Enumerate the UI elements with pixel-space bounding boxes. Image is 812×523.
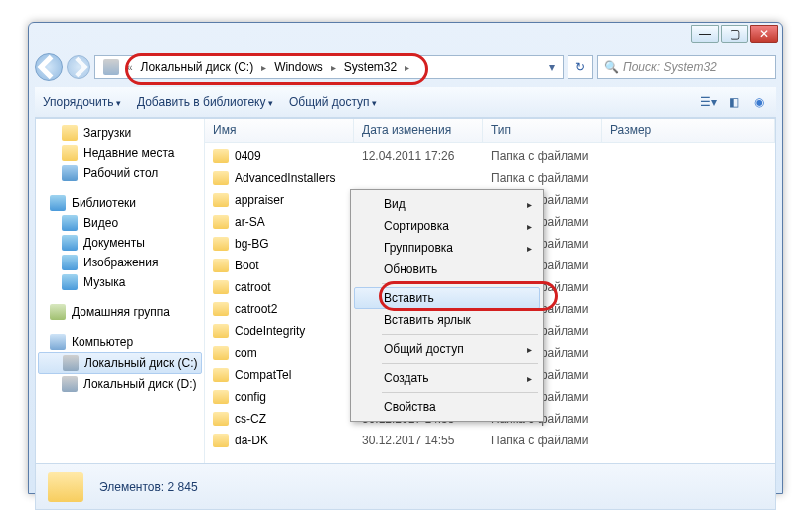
tree-recent[interactable]: Недавние места bbox=[36, 143, 204, 163]
tree-desktop[interactable]: Рабочий стол bbox=[36, 163, 204, 183]
help-icon[interactable]: ◉ bbox=[750, 93, 768, 111]
ctx-properties[interactable]: Свойства bbox=[354, 396, 540, 418]
column-size[interactable]: Размер bbox=[602, 119, 775, 142]
address-bar[interactable]: « Локальный диск (C:) ▸ Windows ▸ System… bbox=[94, 55, 564, 79]
ctx-share[interactable]: Общий доступ bbox=[354, 338, 540, 360]
table-row[interactable]: da-DK30.12.2017 14:55Папка с файлами bbox=[205, 430, 775, 451]
folder-icon bbox=[62, 125, 78, 141]
maximize-button[interactable]: ▢ bbox=[721, 25, 748, 43]
column-date[interactable]: Дата изменения bbox=[354, 119, 483, 142]
folder-icon bbox=[213, 302, 229, 316]
drive-icon bbox=[103, 59, 119, 75]
folder-icon bbox=[213, 171, 229, 185]
minimize-button[interactable]: — bbox=[691, 25, 719, 43]
chevron-right-icon: « bbox=[125, 62, 135, 73]
ctx-paste-shortcut[interactable]: Вставить ярлык bbox=[354, 309, 540, 331]
nav-tree: Загрузки Недавние места Рабочий стол Биб… bbox=[36, 119, 205, 463]
table-row[interactable]: 040912.04.2011 17:26Папка с файлами bbox=[205, 145, 775, 167]
chevron-right-icon: ▸ bbox=[329, 62, 338, 73]
close-button[interactable]: ✕ bbox=[750, 25, 778, 43]
tree-documents[interactable]: Документы bbox=[36, 233, 204, 253]
folder-icon bbox=[213, 237, 229, 251]
titlebar: — ▢ ✕ bbox=[29, 23, 782, 51]
chevron-right-icon: ▸ bbox=[259, 62, 268, 73]
folder-icon bbox=[213, 346, 229, 360]
documents-icon bbox=[62, 235, 78, 251]
nav-back-button[interactable] bbox=[35, 53, 63, 81]
computer-icon bbox=[50, 334, 66, 350]
table-row[interactable]: AdvancedInstallersПапка с файлами bbox=[205, 167, 775, 189]
ctx-group[interactable]: Группировка bbox=[354, 237, 540, 259]
tree-drive-d[interactable]: Локальный диск (D:) bbox=[36, 374, 204, 394]
video-icon bbox=[62, 215, 78, 231]
breadcrumb-segment[interactable]: Windows bbox=[268, 56, 329, 78]
tree-video[interactable]: Видео bbox=[36, 213, 204, 233]
tree-music[interactable]: Музыка bbox=[36, 272, 204, 292]
column-name[interactable]: Имя bbox=[205, 119, 354, 142]
ctx-refresh[interactable]: Обновить bbox=[354, 259, 540, 280]
music-icon bbox=[62, 274, 78, 290]
folder-icon bbox=[213, 390, 229, 404]
folder-icon bbox=[213, 412, 229, 426]
folder-icon bbox=[213, 259, 229, 272]
desktop-icon bbox=[62, 165, 78, 181]
homegroup-icon bbox=[50, 304, 66, 320]
folder-icon bbox=[62, 145, 78, 161]
search-icon: 🔍 bbox=[604, 60, 619, 74]
folder-icon bbox=[48, 472, 83, 502]
refresh-button[interactable]: ↻ bbox=[568, 55, 593, 79]
tree-downloads[interactable]: Загрузки bbox=[36, 123, 204, 143]
breadcrumb-segment[interactable]: System32 bbox=[338, 56, 403, 78]
folder-icon bbox=[213, 215, 229, 229]
folder-icon bbox=[213, 280, 229, 294]
share-menu[interactable]: Общий доступ bbox=[289, 95, 377, 109]
tree-libraries[interactable]: Библиотеки bbox=[36, 193, 204, 213]
item-count: Элементов: 2 845 bbox=[99, 480, 198, 494]
context-menu: Вид Сортировка Группировка Обновить Вста… bbox=[350, 189, 544, 422]
folder-icon bbox=[213, 193, 229, 207]
drive-icon bbox=[63, 355, 79, 371]
folder-icon bbox=[213, 368, 229, 382]
breadcrumb-segment[interactable]: Локальный диск (C:) bbox=[135, 56, 260, 78]
preview-pane-icon[interactable]: ◧ bbox=[725, 93, 742, 111]
column-type[interactable]: Тип bbox=[483, 119, 602, 142]
add-to-library-menu[interactable]: Добавить в библиотеку bbox=[137, 95, 273, 109]
tree-homegroup[interactable]: Домашняя группа bbox=[36, 302, 204, 322]
tree-pictures[interactable]: Изображения bbox=[36, 253, 204, 272]
library-icon bbox=[50, 195, 66, 211]
tree-drive-c[interactable]: Локальный диск (C:) bbox=[38, 352, 202, 374]
nav-forward-button[interactable] bbox=[67, 55, 90, 79]
folder-icon bbox=[213, 149, 229, 163]
view-options-icon[interactable]: ☰▾ bbox=[699, 93, 717, 111]
search-input[interactable]: 🔍 Поиск: System32 bbox=[597, 55, 776, 79]
toolbar: Упорядочить Добавить в библиотеку Общий … bbox=[35, 87, 776, 118]
ctx-view[interactable]: Вид bbox=[354, 193, 540, 215]
tree-computer[interactable]: Компьютер bbox=[36, 332, 204, 352]
address-dropdown-icon[interactable]: ▾ bbox=[543, 60, 561, 74]
status-bar: Элементов: 2 845 bbox=[35, 464, 776, 510]
pictures-icon bbox=[62, 255, 78, 270]
folder-icon bbox=[213, 324, 229, 338]
folder-icon bbox=[213, 434, 229, 447]
organize-menu[interactable]: Упорядочить bbox=[43, 95, 121, 109]
ctx-create[interactable]: Создать bbox=[354, 367, 540, 389]
ctx-paste[interactable]: Вставить bbox=[354, 287, 540, 309]
ctx-sort[interactable]: Сортировка bbox=[354, 215, 540, 237]
chevron-right-icon: ▸ bbox=[403, 62, 411, 73]
drive-icon bbox=[62, 376, 78, 392]
